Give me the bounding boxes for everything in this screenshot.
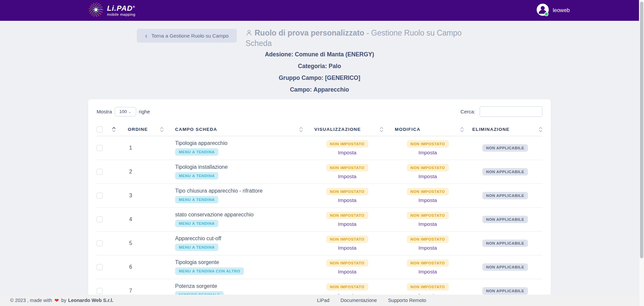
table-row: 3 Tipo chiusura apparecchio - rifrattore…	[97, 184, 542, 208]
search-input[interactable]	[480, 106, 542, 117]
modifica-imposta-link[interactable]: Imposta	[418, 173, 437, 180]
user-menu[interactable]: leoweb	[536, 0, 570, 21]
eliminazione-status-badge: NON APPLICABILE	[482, 144, 528, 152]
page-title: Ruolo di prova personalizzato - Gestione…	[246, 28, 462, 48]
eliminazione-status-badge: NON APPLICABILE	[482, 168, 528, 175]
ordine-cell: 6	[126, 255, 168, 279]
lipad-starburst-icon	[88, 2, 104, 19]
modifica-status-badge: NON IMPOSTATO	[407, 164, 449, 171]
row-checkbox[interactable]	[97, 216, 103, 222]
person-icon	[246, 29, 253, 39]
visualizzazione-imposta-link[interactable]: Imposta	[338, 245, 356, 251]
page-length-control: Mostra 100 ⌄ righe	[97, 107, 150, 116]
footer-link-supporto-remoto[interactable]: Supporto Remoto	[388, 298, 426, 303]
modifica-imposta-link[interactable]: Imposta	[418, 197, 437, 203]
eliminazione-status-badge: NON APPLICABILE	[482, 240, 528, 247]
search-control: Cerca:	[461, 106, 542, 117]
modifica-imposta-link[interactable]: Imposta	[418, 269, 437, 275]
modifica-status-badge: NON IMPOSTATO	[407, 283, 449, 291]
page-length-select[interactable]: 100 ⌄	[115, 107, 136, 116]
table-header: ORDINE CAMPO SCHEDA VISUALIZZAZIONE MODI…	[97, 123, 542, 136]
ordine-cell: 5	[126, 232, 168, 255]
logo-text: Li.PAD® mobile mapping	[107, 5, 136, 16]
sort-icons[interactable]	[112, 127, 116, 132]
header-eliminazione[interactable]: ELIMINAZIONE	[468, 123, 542, 136]
scrollbar-thumb[interactable]	[640, 2, 643, 258]
modifica-imposta-link[interactable]: Imposta	[418, 245, 437, 251]
header-campo-scheda[interactable]: CAMPO SCHEDA	[168, 123, 307, 136]
header-select-all[interactable]	[97, 123, 126, 136]
visualizzazione-imposta-link[interactable]: Imposta	[338, 221, 356, 227]
row-checkbox[interactable]	[97, 264, 103, 270]
length-label-before: Mostra	[97, 109, 112, 114]
eliminazione-status-badge: NON APPLICABILE	[482, 216, 528, 223]
visualizzazione-status-badge: NON IMPOSTATO	[326, 259, 368, 267]
campo-scheda-name: Apparecchio cut-off	[175, 236, 221, 242]
row-checkbox[interactable]	[97, 193, 103, 199]
row-checkbox[interactable]	[97, 169, 103, 175]
visualizzazione-status-badge: NON IMPOSTATO	[326, 188, 368, 195]
context-info: Adesione: Comune di Manta (ENERGY) Categ…	[88, 51, 551, 98]
footer-link-documentazione[interactable]: Documentazione	[340, 298, 377, 303]
visualizzazione-imposta-link[interactable]: Imposta	[338, 150, 356, 156]
heart-icon: ❤	[54, 297, 59, 304]
info-adesione: Adesione: Comune di Manta (ENERGY)	[88, 51, 551, 58]
visualizzazione-imposta-link[interactable]: Imposta	[338, 197, 356, 203]
modifica-status-badge: NON IMPOSTATO	[407, 212, 449, 219]
modifica-imposta-link[interactable]: Imposta	[418, 221, 437, 227]
modifica-status-badge: NON IMPOSTATO	[407, 236, 449, 243]
row-checkbox[interactable]	[97, 288, 103, 294]
modifica-status-badge: NON IMPOSTATO	[407, 140, 449, 148]
info-gruppo-campo: Gruppo Campo: [GENERICO]	[88, 74, 551, 82]
visualizzazione-status-badge: NON IMPOSTATO	[326, 212, 368, 219]
row-checkbox[interactable]	[97, 240, 103, 246]
sort-icons[interactable]	[160, 127, 164, 132]
ordine-cell: 1	[126, 136, 168, 160]
campo-scheda-name: Potenza sorgente	[175, 283, 217, 289]
eliminazione-status-badge: NON APPLICABILE	[482, 192, 528, 199]
header-ordine[interactable]: ORDINE	[126, 123, 168, 136]
campo-scheda-name: Tipologia installazione	[175, 164, 228, 170]
info-categoria: Categoria: Palo	[88, 63, 551, 70]
back-button[interactable]: ‹ Torna a Gestione Ruolo su Campo	[137, 29, 237, 43]
modifica-status-badge: NON IMPOSTATO	[407, 188, 449, 195]
modifica-imposta-link[interactable]: Imposta	[418, 150, 437, 156]
sort-icons[interactable]	[299, 127, 303, 132]
field-type-badge: MENU A TENDINA CON ALTRO	[175, 267, 244, 275]
footer-link-lipad[interactable]: LiPad	[317, 298, 329, 303]
field-type-badge: MENU A TENDINA	[175, 172, 218, 180]
online-status-dot	[545, 12, 548, 16]
campo-scheda-name: Tipo chiusura apparecchio - rifrattore	[175, 188, 263, 194]
vertical-scrollbar[interactable]	[639, 0, 644, 306]
lipad-logo[interactable]: Li.PAD® mobile mapping	[88, 2, 136, 19]
campo-scheda-name: Tipologia sorgente	[175, 259, 219, 265]
table-controls: Mostra 100 ⌄ righe Cerca:	[97, 106, 542, 117]
footer-bar: © 2023 , made with ❤ by Leonardo Web S.r…	[0, 295, 639, 306]
top-navigation-bar: Li.PAD® mobile mapping leoweb	[0, 0, 639, 21]
table-card: Mostra 100 ⌄ righe Cerca: ORDINE	[88, 99, 551, 306]
ordine-cell: 4	[126, 208, 168, 231]
search-label: Cerca:	[461, 109, 475, 114]
copyright-text: © 2023 , made with ❤ by Leonardo Web S.r…	[10, 297, 113, 304]
info-campo: Campo: Apparecchio	[88, 86, 551, 93]
username-label: leoweb	[553, 7, 570, 13]
row-checkbox[interactable]	[97, 145, 103, 151]
visualizzazione-imposta-link[interactable]: Imposta	[338, 173, 356, 180]
eliminazione-status-badge: NON APPLICABILE	[482, 263, 528, 271]
header-modifica[interactable]: MODIFICA	[387, 123, 468, 136]
modifica-status-badge: NON IMPOSTATO	[407, 259, 449, 267]
back-button-label: Torna a Gestione Ruolo su Campo	[151, 33, 228, 39]
table-row: 5 Apparecchio cut-off MENU A TENDINA NON…	[97, 232, 542, 255]
select-all-checkbox[interactable]	[97, 126, 103, 133]
footer-links: LiPad Documentazione Supporto Remoto	[317, 298, 426, 303]
header-visualizzazione[interactable]: VISUALIZZAZIONE	[307, 123, 387, 136]
role-name: Ruolo di prova personalizzato	[255, 29, 364, 37]
table-row: 6 Tipologia sorgente MENU A TENDINA CON …	[97, 255, 542, 279]
sort-icons[interactable]	[380, 127, 383, 132]
eliminazione-status-badge: NON APPLICABILE	[482, 287, 528, 295]
user-avatar	[536, 3, 549, 18]
sort-icons[interactable]	[460, 127, 464, 132]
visualizzazione-status-badge: NON IMPOSTATO	[326, 283, 368, 291]
visualizzazione-imposta-link[interactable]: Imposta	[338, 269, 356, 275]
sort-icons[interactable]	[539, 127, 542, 132]
